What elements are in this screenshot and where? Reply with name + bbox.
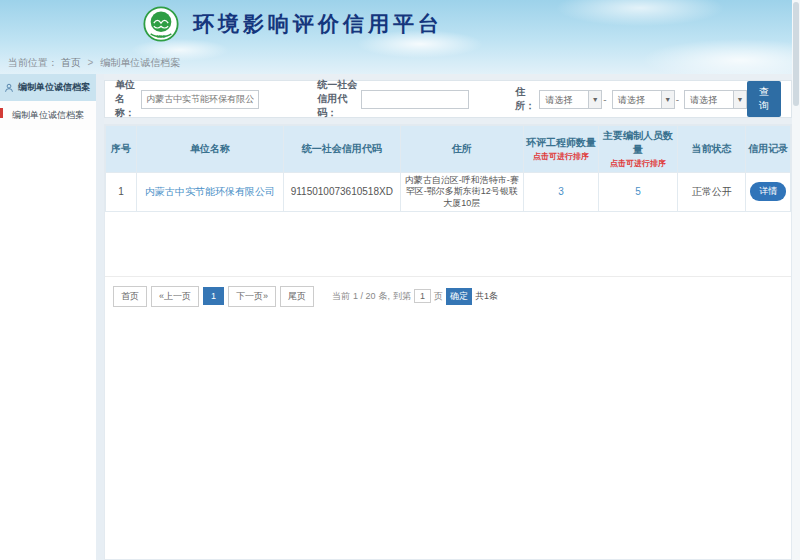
detail-button[interactable]: 详情 <box>750 182 786 201</box>
breadcrumb-home-link[interactable]: 首页 <box>61 57 81 68</box>
results-panel: 序号 单位名称 统一社会信用代码 住所 环评工程师数量 点击可进行排序 主要编制… <box>104 124 792 560</box>
sidebar: 编制单位诚信档案 编制单位诚信档案 <box>0 74 96 560</box>
chevron-down-icon: ▼ <box>661 91 674 108</box>
active-marker <box>0 108 3 118</box>
pagination-ratio: 1 / 20 <box>353 291 376 301</box>
mee-logo-icon: MEE <box>143 6 179 42</box>
breadcrumb-separator: > <box>88 57 94 68</box>
sidebar-item-archives[interactable]: 编制单位诚信档案 <box>0 101 96 130</box>
sidebar-group-archives[interactable]: 编制单位诚信档案 <box>0 74 96 101</box>
user-icon <box>4 83 14 93</box>
query-button[interactable]: 查询 <box>747 81 781 117</box>
main-panel: 单位名称： 统一社会信用代码： 住所： 请选择 ▼ - 请选择 ▼ - 请选择 … <box>104 74 792 560</box>
city-select[interactable]: 请选择 ▼ <box>612 90 675 109</box>
table-row: 1 内蒙古中实节能环保有限公司 9115010073610518XD 内蒙古自治… <box>106 173 791 212</box>
col-address: 住所 <box>400 126 523 173</box>
header: MEE 环境影响评价信用平台 <box>0 0 800 48</box>
scrollbar[interactable] <box>792 0 800 560</box>
staff-count-link[interactable]: 5 <box>599 173 678 212</box>
col-index: 序号 <box>106 126 137 173</box>
sidebar-item-label: 编制单位诚信档案 <box>12 110 84 120</box>
cell-index: 1 <box>106 173 137 212</box>
breadcrumb-prefix: 当前位置： <box>8 57 58 68</box>
pagination-last-button[interactable]: 尾页 <box>280 286 314 307</box>
col-staff-count[interactable]: 主要编制人员数量 点击可进行排序 <box>599 126 678 173</box>
col-engineer-count[interactable]: 环评工程师数量 点击可进行排序 <box>523 126 598 173</box>
pagination-page-1-button[interactable]: 1 <box>203 287 224 305</box>
pagination-unit: 条, <box>379 290 391 303</box>
scrollbar-thumb[interactable] <box>793 2 799 106</box>
pagination-total: 共1条 <box>475 290 498 303</box>
address-label: 住所： <box>515 85 535 113</box>
chevron-down-icon: ▼ <box>733 91 746 108</box>
sort-hint-engineers[interactable]: 点击可进行排序 <box>525 151 597 162</box>
chevron-down-icon: ▼ <box>588 91 601 108</box>
district-select-value: 请选择 <box>685 91 733 108</box>
top-banner: MEE 环境影响评价信用平台 当前位置： 首页 > 编制单位诚信档案 <box>0 0 800 74</box>
search-filter-bar: 单位名称： 统一社会信用代码： 住所： 请选择 ▼ - 请选择 ▼ - 请选择 … <box>104 80 792 118</box>
pagination-bar: 首页 «上一页 1 下一页» 尾页 当前 1 / 20 条, 到第 页 确定 共… <box>105 276 791 316</box>
table-header-row: 序号 单位名称 统一社会信用代码 住所 环评工程师数量 点击可进行排序 主要编制… <box>106 126 791 173</box>
col-engineer-count-label: 环评工程师数量 <box>525 136 597 150</box>
cell-credit-record: 详情 <box>746 173 791 212</box>
col-credit-code: 统一社会信用代码 <box>284 126 400 173</box>
pagination-goto-label: 到第 <box>393 290 411 303</box>
engineer-count-link[interactable]: 3 <box>523 173 598 212</box>
pagination-next-button[interactable]: 下一页» <box>228 286 276 307</box>
col-status: 当前状态 <box>677 126 746 173</box>
sort-hint-staff[interactable]: 点击可进行排序 <box>600 158 676 169</box>
company-name-input[interactable] <box>141 90 259 109</box>
province-select-value: 请选择 <box>540 91 588 108</box>
pagination-goto-unit: 页 <box>434 290 443 303</box>
pagination-prev-button[interactable]: «上一页 <box>151 286 199 307</box>
col-company-name: 单位名称 <box>136 126 283 173</box>
col-staff-count-label: 主要编制人员数量 <box>600 129 676 157</box>
select-separator: - <box>676 94 679 105</box>
cell-credit-code: 9115010073610518XD <box>284 173 400 212</box>
breadcrumb: 当前位置： 首页 > 编制单位诚信档案 <box>0 48 800 70</box>
cell-address: 内蒙古自治区-呼和浩特市-赛罕区-鄂尔多斯东街12号银联大厦10层 <box>400 173 523 212</box>
page-title: 环境影响评价信用平台 <box>193 10 443 38</box>
company-name-label: 单位名称： <box>115 78 137 120</box>
pagination-confirm-button[interactable]: 确定 <box>446 288 472 305</box>
col-credit-record: 信用记录 <box>746 126 791 173</box>
pagination-goto-input[interactable] <box>414 289 431 303</box>
sidebar-divider <box>96 74 104 560</box>
company-name-link[interactable]: 内蒙古中实节能环保有限公司 <box>136 173 283 212</box>
credit-code-label: 统一社会信用代码： <box>317 78 357 120</box>
sidebar-group-label: 编制单位诚信档案 <box>18 81 90 94</box>
content-area: 编制单位诚信档案 编制单位诚信档案 单位名称： 统一社会信用代码： 住所： 请选… <box>0 74 792 560</box>
pagination-info: 当前 1 / 20 条, 到第 页 确定 共1条 <box>332 288 498 305</box>
province-select[interactable]: 请选择 ▼ <box>539 90 602 109</box>
pagination-current-label: 当前 <box>332 290 350 303</box>
cell-status: 正常公开 <box>677 173 746 212</box>
city-select-value: 请选择 <box>613 91 661 108</box>
companies-table: 序号 单位名称 统一社会信用代码 住所 环评工程师数量 点击可进行排序 主要编制… <box>105 125 791 212</box>
select-separator: - <box>603 94 606 105</box>
district-select[interactable]: 请选择 ▼ <box>684 90 747 109</box>
credit-code-input[interactable] <box>361 90 469 109</box>
svg-text:MEE: MEE <box>157 34 166 39</box>
pagination-first-button[interactable]: 首页 <box>113 286 147 307</box>
breadcrumb-current: 编制单位诚信档案 <box>100 57 180 68</box>
